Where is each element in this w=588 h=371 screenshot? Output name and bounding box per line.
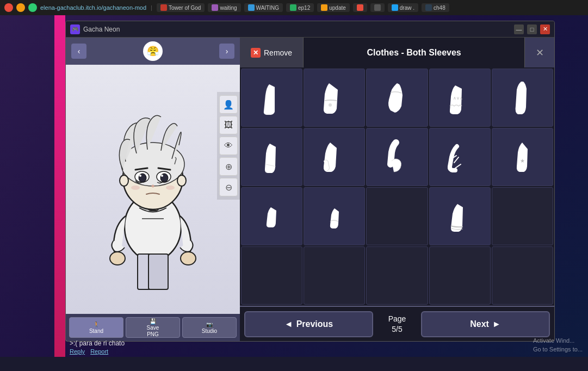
tab-ch48[interactable]: ch48 [422, 3, 449, 12]
svg-text:★: ★ [520, 158, 525, 164]
comment-text: >:( para de ri chato [70, 339, 333, 347]
clothes-item-7[interactable] [304, 128, 365, 186]
tab-favicon [374, 4, 381, 11]
page-indicator: Page 5/5 [375, 314, 419, 333]
zoom-in-button[interactable]: ⊕ [219, 157, 238, 176]
close-button[interactable]: ✕ [540, 24, 550, 34]
background-button[interactable]: 🖼 [219, 116, 238, 134]
clothes-item-15[interactable] [492, 187, 553, 245]
add-character-button[interactable]: 👤 [219, 95, 238, 114]
clothes-item-14[interactable] [429, 187, 491, 245]
window-titlebar: 🎮 Gacha Neon — □ ✕ [66, 21, 554, 38]
zoom-out-button[interactable]: ⊖ [219, 178, 238, 196]
next-arrow-icon: ► [492, 319, 501, 329]
svg-point-18 [161, 175, 163, 177]
activate-windows: Activate Wind... Go to Settings to... [533, 337, 583, 354]
pagination: ◄ Previous Page 5/5 Next ► [240, 306, 554, 341]
tab-WAITING[interactable]: WAITING [244, 3, 283, 12]
clothes-item-8[interactable] [366, 128, 428, 186]
clothes-item-12[interactable] [304, 187, 365, 245]
tab-favicon [392, 4, 398, 11]
clothes-item-13[interactable] [366, 187, 428, 245]
svg-point-21 [166, 186, 175, 190]
next-button[interactable]: Next ► [421, 311, 550, 337]
save-png-button[interactable]: 💾 Save PNG [126, 317, 180, 338]
previous-button[interactable]: ◄ Previous [244, 311, 373, 337]
tab-misc1[interactable] [353, 3, 367, 12]
browser-url[interactable]: elena-gachaclub.itch.io/gachaneon-mod [40, 4, 146, 11]
clothes-item-2[interactable] [304, 69, 365, 127]
page-numbers: 5/5 [375, 324, 419, 334]
clothes-grid: ∧∨∧ [240, 67, 554, 306]
visibility-button[interactable]: 👁 [219, 137, 238, 155]
window-controls: — □ ✕ [514, 24, 550, 34]
tab-favicon [425, 4, 432, 11]
clothes-item-20[interactable] [492, 246, 553, 305]
left-panel: ‹ 😤 › [66, 38, 240, 341]
clothes-close-button[interactable]: ✕ [524, 38, 554, 67]
browser-dot-yellow [16, 3, 25, 12]
svg-text:∧∨∧: ∧∨∧ [453, 96, 463, 101]
reply-link[interactable]: Reply [70, 348, 85, 355]
prev-arrow-icon: ◄ [284, 319, 293, 329]
browser-dot-green [28, 3, 37, 12]
tab-misc2[interactable] [370, 3, 385, 12]
prev-character-button[interactable]: ‹ [71, 44, 86, 59]
taskbar: elena-gachaclub.itch.io/gachaneon-mod | … [0, 0, 588, 15]
clothes-item-16[interactable] [241, 246, 302, 305]
tab-draw[interactable]: draw . [388, 3, 418, 12]
character-face-icon: 😤 [143, 41, 163, 61]
svg-point-17 [139, 175, 141, 177]
clothes-title: Clothes - Both Sleeves [304, 48, 524, 58]
clothes-item-17[interactable] [304, 246, 365, 305]
character-selector: ‹ 😤 › [66, 38, 240, 65]
comment-links: Reply Report [70, 348, 333, 355]
window-content: ‹ 😤 › [66, 38, 554, 341]
right-panel: ✕ Remove Clothes - Both Sleeves ✕ [240, 38, 554, 341]
remove-button[interactable]: ✕ Remove [240, 38, 304, 67]
tab-favicon [160, 4, 167, 11]
studio-button[interactable]: 📷 Studio [182, 317, 237, 338]
clothes-item-11[interactable] [241, 187, 302, 245]
maximize-button[interactable]: □ [527, 24, 537, 34]
stand-button[interactable]: 🚶 Stand [69, 317, 123, 338]
minimize-button[interactable]: — [514, 24, 524, 34]
svg-point-1 [110, 252, 125, 265]
remove-x-icon: ✕ [251, 48, 261, 58]
tab-update[interactable]: update [317, 3, 350, 12]
tab-tower-of-god[interactable]: Tower of God [157, 3, 205, 12]
tab-waiting[interactable]: waiting [208, 3, 240, 12]
tab-favicon [248, 4, 255, 11]
tab-favicon [357, 4, 363, 11]
window-app-icon: 🎮 [70, 24, 80, 34]
svg-point-10 [177, 175, 186, 186]
character-display: 👤 🖼 👁 ⊕ ⊖ [66, 65, 240, 314]
clothes-item-6[interactable] [241, 128, 302, 186]
svg-point-9 [120, 175, 128, 186]
desktop: 🎮 Gacha Neon — □ ✕ ‹ 😤 › [0, 15, 588, 357]
svg-point-2 [181, 252, 196, 265]
clothes-item-4[interactable]: ∧∨∧ [429, 69, 491, 127]
clothes-item-9[interactable] [429, 128, 491, 186]
svg-point-22 [329, 103, 332, 107]
pink-sidebar-strip [54, 15, 65, 357]
character-svg [93, 85, 213, 292]
clothes-item-5[interactable] [492, 69, 553, 127]
window-title: Gacha Neon [83, 26, 514, 33]
clothes-item-19[interactable] [429, 246, 491, 305]
svg-point-19 [152, 185, 154, 188]
side-tools: 👤 🖼 👁 ⊕ ⊖ [217, 92, 240, 200]
tab-favicon [290, 4, 296, 11]
tab-ep12[interactable]: ep12 [286, 3, 314, 12]
tab-favicon [321, 4, 327, 11]
clothes-item-1[interactable] [241, 69, 302, 127]
clothes-item-18[interactable] [366, 246, 428, 305]
clothes-item-10[interactable]: ★ [492, 128, 553, 186]
next-character-button[interactable]: › [219, 44, 234, 59]
gacha-neon-window: 🎮 Gacha Neon — □ ✕ ‹ 😤 › [65, 21, 555, 342]
tab-favicon [212, 4, 218, 11]
clothes-header: ✕ Remove Clothes - Both Sleeves ✕ [240, 38, 554, 67]
svg-point-20 [131, 186, 140, 190]
clothes-item-3[interactable] [366, 69, 428, 127]
report-link[interactable]: Report [90, 348, 108, 355]
